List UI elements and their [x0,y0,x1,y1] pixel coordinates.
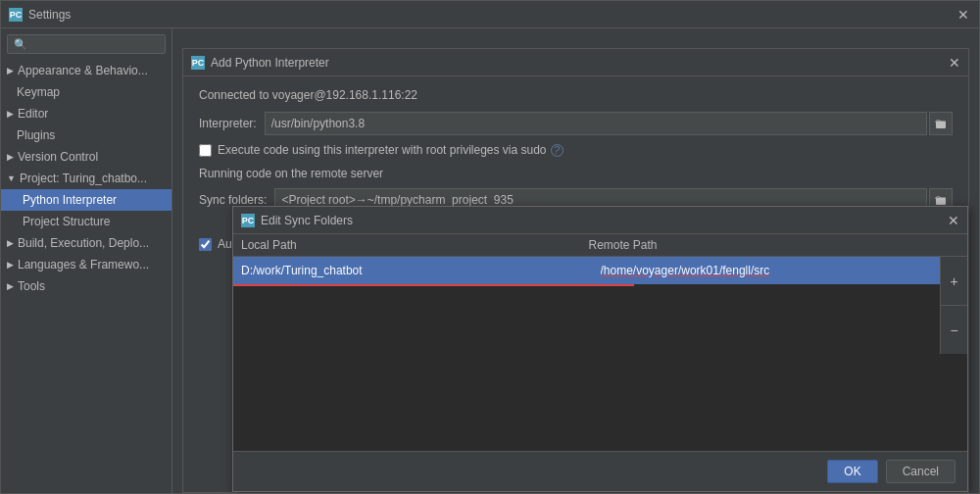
sidebar-item-project[interactable]: ▼ Project: Turing_chatbo... [1,168,172,189]
table-actions: + − [940,257,967,354]
running-code-section-header: Running code on the remote server [199,167,953,180]
chevron-right-icon: ▶ [7,66,14,75]
sidebar-item-build-label: Build, Execution, Deplo... [18,236,149,250]
folder-open-icon [935,194,947,206]
connection-info: Connected to voyager@192.168.1.116:22 [199,88,953,102]
local-path-cell: D:/work/Turing_chatbot [241,264,601,277]
sidebar-item-version-control-label: Version Control [18,150,98,164]
interpreter-input[interactable] [265,112,927,135]
settings-title: Settings [28,8,956,22]
search-box[interactable] [7,34,166,54]
chevron-right-icon-5: ▶ [7,260,14,270]
table-header-actions [936,238,959,252]
sidebar-item-plugins[interactable]: Plugins [1,124,172,146]
edit-sync-title: Edit Sync Folders [261,214,948,227]
remote-path-value: /home/voyager/work01/fengll/src [601,264,770,277]
sidebar-items: ▶ Appearance & Behavio... Keymap ▶ Edito… [1,60,172,493]
remove-row-button[interactable]: − [941,306,967,354]
sidebar-item-python-interpreter-label: Python Interpreter [23,193,117,207]
sync-folders-label: Sync folders: [199,193,267,207]
sidebar-item-keymap[interactable]: Keymap [1,81,172,103]
sidebar-item-appearance[interactable]: ▶ Appearance & Behavio... [1,60,172,81]
sidebar-item-project-label: Project: Turing_chatbo... [20,172,147,185]
interpreter-label: Interpreter: [199,117,257,130]
sidebar-item-build[interactable]: ▶ Build, Execution, Deplo... [1,232,172,254]
svg-rect-0 [936,122,946,128]
settings-close-button[interactable]: ✕ [956,7,971,23]
settings-icon: project PC [9,8,23,22]
auto-upload-checkbox[interactable] [199,238,212,251]
settings-titlebar: project PC Settings ✕ [1,1,979,28]
chevron-right-icon-6: ▶ [7,281,14,291]
interpreter-browse-button[interactable] [929,112,953,135]
local-path-header: Local Path [241,238,589,252]
cancel-button[interactable]: Cancel [886,460,956,483]
main-panel: PC Add Python Interpreter ✕ Connected to… [172,28,979,493]
sidebar: ▶ Appearance & Behavio... Keymap ▶ Edito… [1,28,172,493]
sidebar-item-tools[interactable]: ▶ Tools [1,275,172,297]
sudo-checkbox[interactable] [199,144,212,157]
sidebar-item-version-control[interactable]: ▶ Version Control [1,146,172,168]
sudo-label: Execute code using this interpreter with… [218,143,547,157]
add-interpreter-icon: PC [191,56,205,70]
sidebar-item-tools-label: Tools [18,279,45,293]
table-header: Local Path Remote Path [233,234,967,257]
sidebar-item-project-structure[interactable]: Project Structure [1,211,172,232]
sidebar-item-editor[interactable]: ▶ Editor [1,103,172,124]
table-row[interactable]: D:/work/Turing_chatbot /home/voyager/wor… [233,257,967,284]
add-row-button[interactable]: + [941,257,967,306]
sidebar-item-languages-label: Languages & Framewo... [18,258,149,272]
chevron-right-icon-4: ▶ [7,238,14,248]
edit-sync-buttons: OK Cancel [233,451,967,491]
edit-sync-close-button[interactable]: ✕ [948,213,959,228]
sidebar-item-keymap-label: Keymap [17,85,60,99]
remove-icon: − [950,322,957,338]
local-path-header-label: Local Path [241,238,297,252]
remote-path-cell: /home/voyager/work01/fengll/src [601,261,960,280]
search-input[interactable] [14,38,159,50]
edit-sync-content: Local Path Remote Path D:/work/Turing_ch… [233,234,967,491]
add-interpreter-title: Add Python Interpreter [211,56,949,70]
add-interpreter-dialog: PC Add Python Interpreter ✕ Connected to… [182,48,969,493]
ok-button[interactable]: OK [827,460,877,483]
sidebar-item-editor-label: Editor [18,107,48,121]
chevron-right-icon-3: ▶ [7,152,14,162]
sidebar-item-python-interpreter[interactable]: Python Interpreter [1,189,172,211]
table-body: D:/work/Turing_chatbot /home/voyager/wor… [233,257,967,354]
content-area: ▶ Appearance & Behavio... Keymap ▶ Edito… [1,28,979,493]
remote-path-header: Remote Path [589,238,937,252]
chevron-down-icon: ▼ [7,173,16,183]
table-empty-area [233,354,967,451]
local-path-value: D:/work/Turing_chatbot [241,264,363,277]
add-interpreter-close-button[interactable]: ✕ [949,55,960,71]
edit-sync-icon: PC [241,214,255,227]
add-icon: + [950,273,957,289]
help-icon: ? [551,144,564,157]
sudo-checkbox-row: Execute code using this interpreter with… [199,143,953,157]
sidebar-item-languages[interactable]: ▶ Languages & Framewo... [1,254,172,275]
remote-path-header-label: Remote Path [589,238,658,252]
sidebar-item-project-structure-label: Project Structure [23,215,110,228]
settings-window: project PC Settings ✕ ▶ Appearance & Beh… [0,0,980,494]
interpreter-field-row: Interpreter: [199,112,953,135]
svg-rect-1 [936,198,946,205]
sidebar-item-plugins-label: Plugins [17,128,55,142]
edit-sync-dialog: PC Edit Sync Folders ✕ Local Path Remote… [232,206,968,492]
edit-sync-titlebar: PC Edit Sync Folders ✕ [233,207,967,234]
chevron-right-icon-2: ▶ [7,109,14,119]
sidebar-item-appearance-label: Appearance & Behavio... [18,64,148,77]
folder-icon [935,118,947,129]
add-interpreter-titlebar: PC Add Python Interpreter ✕ [183,49,968,76]
